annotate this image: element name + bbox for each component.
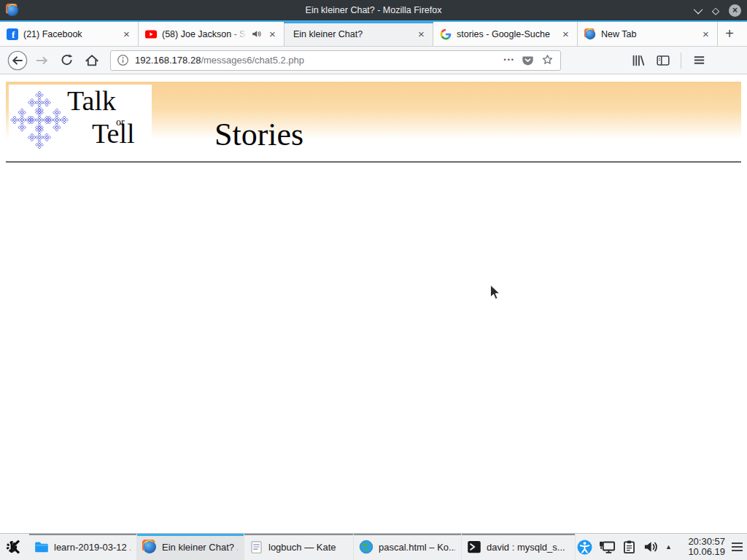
kde-taskbar: learn-2019-03-12 ... Ein kleiner Chat? .… bbox=[0, 533, 747, 560]
volume-icon[interactable] bbox=[643, 540, 659, 554]
application-launcher-button[interactable] bbox=[0, 534, 29, 560]
library-button[interactable] bbox=[627, 50, 649, 71]
site-info-icon[interactable] bbox=[117, 54, 129, 66]
tab-close-icon[interactable]: × bbox=[700, 28, 712, 40]
task-label: logbuch — Kate bbox=[268, 542, 336, 553]
horizontal-rule bbox=[6, 161, 741, 163]
back-icon bbox=[7, 50, 28, 71]
tab-close-icon[interactable]: × bbox=[560, 28, 572, 40]
clock-date: 10.06.19 bbox=[678, 547, 725, 558]
tab-label: Ein kleiner Chat? bbox=[291, 29, 410, 39]
page-actions-icon[interactable]: ••• bbox=[504, 56, 515, 65]
home-icon bbox=[84, 52, 100, 69]
tab-ein-kleiner-chat[interactable]: Ein kleiner Chat? × bbox=[285, 22, 433, 46]
task-firefox[interactable]: Ein kleiner Chat? ... bbox=[137, 534, 244, 560]
svg-text:f: f bbox=[12, 29, 15, 40]
reload-icon bbox=[59, 52, 74, 68]
url-text: 192.168.178.28/messages6/chat5.2.php bbox=[135, 55, 498, 66]
logo-word-talk: Talk bbox=[67, 85, 116, 117]
panel-menu-icon[interactable] bbox=[732, 542, 743, 551]
tab-bar: f (21) Facebook × (58) Joe Jackson - Ste… bbox=[0, 22, 747, 47]
url-host: 192.168.178.28 bbox=[135, 55, 201, 66]
page-content: Talk or Tell Stories bbox=[0, 74, 747, 533]
task-kate[interactable]: logbuch — Kate bbox=[244, 534, 354, 560]
hamburger-menu-icon bbox=[692, 53, 706, 67]
tab-bar-filler bbox=[741, 22, 747, 46]
bookmark-star-icon[interactable] bbox=[541, 53, 554, 67]
page-header-band: Talk or Tell bbox=[6, 82, 741, 152]
close-window-button[interactable]: × bbox=[729, 4, 741, 17]
globe-icon bbox=[359, 540, 374, 554]
forward-button[interactable] bbox=[31, 50, 53, 71]
tab-close-icon[interactable]: × bbox=[266, 28, 279, 40]
home-button[interactable] bbox=[80, 50, 103, 71]
tab-close-icon[interactable]: × bbox=[415, 28, 427, 40]
site-logo: Talk or Tell bbox=[9, 85, 152, 152]
maximize-button[interactable]: ◇ bbox=[712, 6, 719, 15]
toolbar-separator bbox=[681, 52, 681, 69]
reload-button[interactable] bbox=[55, 50, 78, 71]
url-bar[interactable]: 192.168.178.28/messages6/chat5.2.php ••• bbox=[110, 50, 561, 71]
sidebar-icon bbox=[655, 52, 671, 69]
clipboard-icon[interactable] bbox=[622, 540, 636, 555]
window-title: Ein kleiner Chat? - Mozilla Firefox bbox=[0, 5, 747, 15]
firefox-icon bbox=[584, 28, 596, 40]
system-tray: ▲ 20:30:57 10.06.19 bbox=[577, 534, 747, 560]
library-icon bbox=[630, 52, 646, 69]
tab-close-icon[interactable]: × bbox=[120, 28, 133, 40]
url-path: /messages6/chat5.2.php bbox=[201, 55, 304, 66]
menu-button[interactable] bbox=[688, 50, 711, 71]
sidebar-button[interactable] bbox=[651, 50, 674, 71]
task-konqueror[interactable]: pascal.html – Ko... bbox=[354, 534, 462, 560]
task-label: learn-2019-03-12 ... bbox=[54, 542, 131, 553]
task-label: david : mysqld_s... bbox=[487, 542, 565, 553]
task-file-manager[interactable]: learn-2019-03-12 ... bbox=[29, 534, 137, 560]
tray-expand-icon[interactable]: ▲ bbox=[665, 543, 672, 551]
page-title: Stories bbox=[214, 116, 303, 153]
forward-icon bbox=[34, 52, 50, 69]
fractal-diamond-logo-icon bbox=[10, 85, 69, 155]
task-label: pascal.html – Ko... bbox=[379, 542, 455, 553]
terminal-icon bbox=[467, 540, 481, 554]
accessibility-icon[interactable] bbox=[577, 540, 592, 555]
back-button[interactable] bbox=[6, 50, 28, 71]
task-konsole[interactable]: david : mysqld_s... bbox=[462, 534, 576, 560]
task-label: Ein kleiner Chat? ... bbox=[162, 542, 238, 553]
navigation-toolbar: 192.168.178.28/messages6/chat5.2.php ••• bbox=[0, 47, 747, 74]
folder-icon bbox=[34, 540, 49, 554]
google-icon bbox=[440, 28, 452, 40]
clock-time: 20:30:57 bbox=[678, 537, 725, 548]
mouse-cursor bbox=[489, 284, 501, 300]
digital-clock[interactable]: 20:30:57 10.06.19 bbox=[678, 537, 725, 558]
tab-new-tab[interactable]: New Tab × bbox=[578, 22, 718, 46]
firefox-icon bbox=[6, 4, 19, 17]
tab-label: stories - Google-Suche bbox=[457, 29, 554, 39]
kate-document-icon bbox=[249, 540, 263, 554]
facebook-icon: f bbox=[7, 28, 18, 40]
new-tab-button[interactable]: + bbox=[718, 22, 741, 46]
tab-facebook[interactable]: f (21) Facebook × bbox=[0, 22, 139, 46]
tab-label: (21) Facebook bbox=[23, 29, 115, 39]
tab-label: (58) Joe Jackson - Ste bbox=[162, 29, 247, 39]
tab-google-search[interactable]: stories - Google-Suche × bbox=[433, 22, 578, 46]
window-titlebar: Ein kleiner Chat? - Mozilla Firefox ◇ × bbox=[0, 0, 747, 20]
firefox-icon bbox=[142, 540, 157, 554]
device-notifier-icon[interactable] bbox=[599, 540, 616, 555]
tab-youtube[interactable]: (58) Joe Jackson - Ste × bbox=[139, 22, 285, 46]
pocket-icon[interactable] bbox=[521, 54, 535, 67]
logo-word-tell: Tell bbox=[92, 117, 135, 149]
youtube-icon bbox=[145, 28, 157, 40]
tab-audio-icon[interactable] bbox=[252, 29, 261, 39]
tab-label: New Tab bbox=[601, 29, 694, 39]
kde-menu-icon bbox=[5, 537, 24, 556]
